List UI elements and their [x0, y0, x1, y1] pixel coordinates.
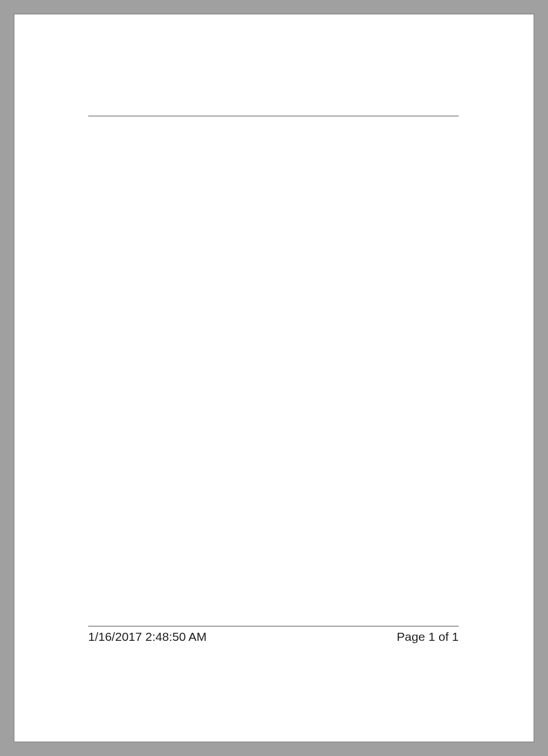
header-divider: [88, 116, 459, 116]
footer-timestamp: 1/16/2017 2:48:50 AM: [88, 630, 207, 644]
footer-content: 1/16/2017 2:48:50 AM Page 1 of 1: [88, 630, 459, 644]
footer-page-number: Page 1 of 1: [397, 630, 459, 644]
page-footer: 1/16/2017 2:48:50 AM Page 1 of 1: [88, 626, 459, 644]
footer-divider: [88, 626, 459, 626]
document-page: 1/16/2017 2:48:50 AM Page 1 of 1: [14, 14, 534, 742]
